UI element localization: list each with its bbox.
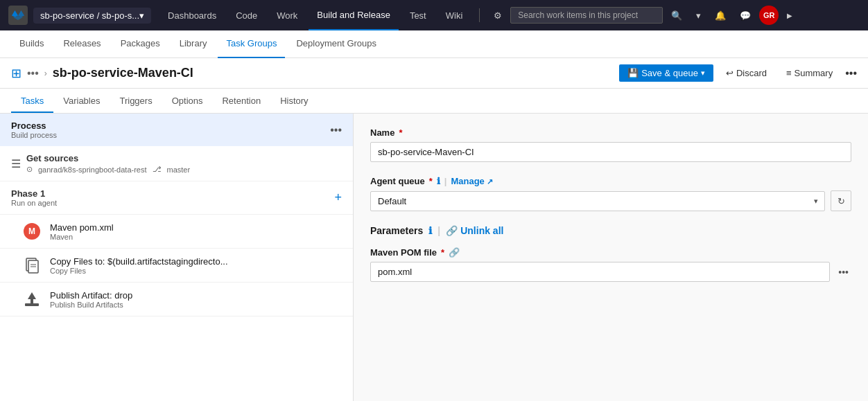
name-field-group: Name * <box>370 127 851 162</box>
nav-work[interactable]: Work <box>268 0 306 30</box>
publish-task-subtitle: Publish Build Artifacts <box>50 301 132 309</box>
maven-pom-input[interactable] <box>370 262 830 282</box>
subnav-deployment-groups[interactable]: Deployment Groups <box>288 30 385 58</box>
process-subtitle: Build process <box>11 131 57 139</box>
nav-dashboards[interactable]: Dashboards <box>159 0 225 30</box>
parameters-group: Parameters ℹ | 🔗 Unlink all Maven POM fi… <box>370 225 851 282</box>
copy-task-subtitle: Copy Files <box>50 267 228 275</box>
sub-navigation: Builds Releases Packages Library Task Gr… <box>0 30 868 58</box>
phase-1-header: Phase 1 Run on agent + <box>0 181 353 215</box>
tab-variables[interactable]: Variables <box>53 96 110 113</box>
subnav-builds[interactable]: Builds <box>11 30 52 58</box>
maven-pom-field-group: Maven POM file * 🔗 ••• <box>370 247 851 282</box>
tab-options[interactable]: Options <box>162 96 213 113</box>
process-title: Process <box>11 121 57 131</box>
subnav-packages[interactable]: Packages <box>112 30 168 58</box>
external-link-icon: ↗ <box>487 177 493 186</box>
maven-pom-more-button[interactable]: ••• <box>835 264 851 280</box>
refresh-button[interactable]: ↻ <box>831 190 851 211</box>
nav-wiki[interactable]: Wiki <box>437 0 471 30</box>
project-breadcrumb[interactable]: sb-po-service / sb-po-s...▾ <box>33 8 151 24</box>
maven-task-subtitle: Maven <box>50 233 114 241</box>
sources-icon: ☰ <box>11 157 21 170</box>
copy-files-icon <box>22 256 42 275</box>
chat-icon[interactable]: 💬 <box>734 0 756 30</box>
page-title: sb-po-service-Maven-CI <box>53 66 614 80</box>
process-more-button[interactable]: ••• <box>330 124 342 136</box>
agent-queue-field-group: Agent queue * ℹ | Manage ↗ Default Hoste… <box>370 176 851 211</box>
task-maven[interactable]: M Maven pom.xml Maven <box>0 215 353 249</box>
tab-retention[interactable]: Retention <box>212 96 270 113</box>
settings-icon[interactable]: ⚙ <box>488 0 507 30</box>
top-navigation: sb-po-service / sb-po-s...▾ Dashboards C… <box>0 0 868 30</box>
publish-task-title: Publish Artifact: drop <box>50 290 132 301</box>
title-actions: 💾 Save & queue ▾ ↩ Discard ≡ Summary ••• <box>619 64 857 82</box>
summary-button[interactable]: ≡ Summary <box>779 64 840 82</box>
tab-bar: Tasks Variables Triggers Options Retenti… <box>0 89 868 114</box>
tab-tasks[interactable]: Tasks <box>11 96 53 113</box>
breadcrumb-chevron: › <box>44 69 47 78</box>
org-logo[interactable] <box>8 6 28 25</box>
agent-queue-label: Agent queue * ℹ | Manage ↗ <box>370 176 851 186</box>
unlink-all-link[interactable]: 🔗 Unlink all <box>446 225 503 236</box>
task-copy-files[interactable]: Copy Files to: $(build.artifactstagingdi… <box>0 249 353 283</box>
tab-history[interactable]: History <box>270 96 318 113</box>
avatar[interactable]: GR <box>759 6 779 25</box>
maven-pom-label: Maven POM file * 🔗 <box>370 247 851 258</box>
agent-queue-select-wrapper: Default Hosted Hosted VS2017 ▾ ↻ <box>370 190 851 211</box>
repo-icon: ⊙ <box>26 165 33 174</box>
search-icon[interactable]: 🔍 <box>666 0 688 30</box>
publish-icon <box>22 289 42 309</box>
agent-queue-required: * <box>429 176 433 186</box>
discard-button[interactable]: ↩ Discard <box>719 64 774 82</box>
subnav-task-groups[interactable]: Task Groups <box>218 30 285 58</box>
add-task-button[interactable]: + <box>334 190 342 205</box>
save-dropdown-arrow[interactable]: ▾ <box>701 69 705 78</box>
title-bar: ⊞ ••• › sb-po-service-Maven-CI 💾 Save & … <box>0 58 868 89</box>
breadcrumb-more[interactable]: ••• <box>27 67 39 80</box>
task-publish-artifact[interactable]: Publish Artifact: drop Publish Build Art… <box>0 283 353 317</box>
summary-icon: ≡ <box>786 68 792 78</box>
phase-title: Phase 1 <box>11 188 334 199</box>
svg-text:M: M <box>28 226 35 236</box>
account-chevron[interactable]: ▶ <box>781 0 798 30</box>
get-sources-row[interactable]: ☰ Get sources ⊙ ganrad/k8s-springboot-da… <box>0 146 353 181</box>
subnav-releases[interactable]: Releases <box>55 30 109 58</box>
name-required-indicator: * <box>399 127 402 138</box>
svg-marker-7 <box>28 292 36 303</box>
search-box[interactable]: Search work items in this project <box>510 7 663 24</box>
manage-link[interactable]: Manage ↗ <box>451 176 493 186</box>
svg-rect-6 <box>25 303 39 306</box>
save-queue-button[interactable]: 💾 Save & queue ▾ <box>619 64 713 82</box>
nav-code[interactable]: Code <box>227 0 266 30</box>
nav-build-release[interactable]: Build and Release <box>309 0 399 30</box>
name-input[interactable] <box>370 142 851 162</box>
parameters-info-icon[interactable]: ℹ <box>428 225 432 236</box>
right-panel: Name * Agent queue * ℹ | Manage ↗ Defau <box>354 114 868 401</box>
notifications-icon[interactable]: 🔔 <box>709 0 731 30</box>
phase-subtitle: Run on agent <box>11 199 334 207</box>
maven-pom-required: * <box>441 247 444 258</box>
get-sources-meta: ⊙ ganrad/k8s-springboot-data-rest ⎇ mast… <box>26 165 342 174</box>
agent-queue-info-icon[interactable]: ℹ <box>437 176 440 186</box>
tab-triggers[interactable]: Triggers <box>110 96 162 113</box>
subnav-library[interactable]: Library <box>171 30 216 58</box>
name-label: Name * <box>370 127 851 138</box>
parameters-header: Parameters ℹ | 🔗 Unlink all <box>370 225 851 236</box>
discard-icon: ↩ <box>726 68 734 78</box>
maven-icon: M <box>22 222 42 241</box>
repo-name: ganrad/k8s-springboot-data-rest <box>38 166 147 174</box>
agent-queue-select[interactable]: Default Hosted Hosted VS2017 <box>370 191 825 211</box>
maven-pom-link-icon[interactable]: 🔗 <box>449 247 460 258</box>
grid-icon[interactable]: ⊞ <box>11 66 21 81</box>
left-panel: Process Build process ••• ☰ Get sources … <box>0 114 354 401</box>
expand-icon[interactable]: ▾ <box>691 0 706 30</box>
title-more-button[interactable]: ••• <box>845 67 857 80</box>
branch-name: master <box>167 166 191 174</box>
link-icon: 🔗 <box>446 225 458 236</box>
branch-icon: ⎇ <box>153 165 162 174</box>
copy-task-title: Copy Files to: $(build.artifactstagingdi… <box>50 256 228 267</box>
process-section: Process Build process ••• <box>0 114 353 146</box>
main-content: Process Build process ••• ☰ Get sources … <box>0 114 868 401</box>
nav-test[interactable]: Test <box>401 0 435 30</box>
